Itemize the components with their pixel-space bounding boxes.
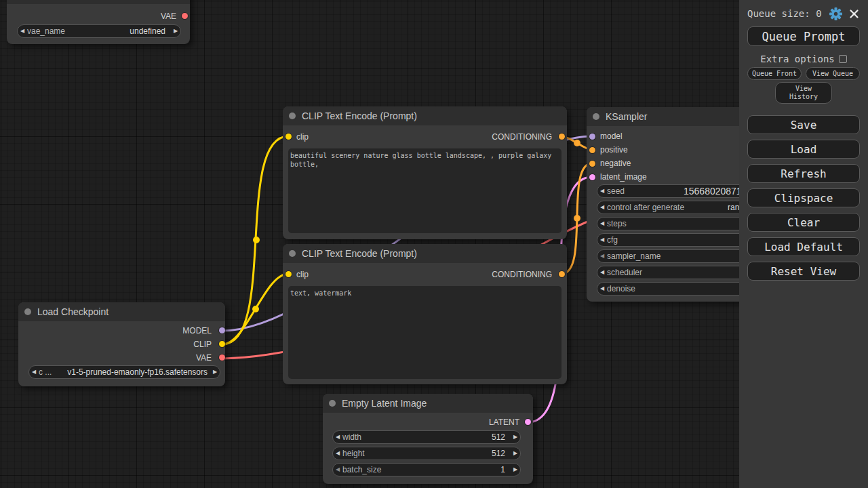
- decrement-arrow-icon[interactable]: ◀: [333, 464, 342, 476]
- close-icon[interactable]: [849, 9, 859, 19]
- decrement-arrow-icon[interactable]: ◀: [597, 218, 607, 230]
- prompt-textarea[interactable]: text, watermark: [288, 286, 561, 379]
- collapse-dot-icon[interactable]: [593, 113, 599, 120]
- refresh-button[interactable]: Refresh: [747, 164, 860, 183]
- decrement-arrow-icon[interactable]: ◀: [597, 266, 607, 279]
- queue-prompt-button[interactable]: Queue Prompt: [747, 26, 860, 46]
- node-clip-text-encode-negative[interactable]: CLIP Text Encode (Prompt) clip CONDITION…: [283, 244, 567, 384]
- output-port-conditioning[interactable]: [559, 271, 565, 277]
- output-label: CONDITIONING: [492, 270, 552, 279]
- decrement-arrow-icon[interactable]: ◀: [597, 234, 607, 246]
- output-port-clip[interactable]: [219, 341, 225, 347]
- output-port-model[interactable]: [219, 327, 225, 333]
- input-port-positive[interactable]: [589, 147, 595, 153]
- output-label: CONDITIONING: [492, 132, 552, 142]
- widget-batch-size[interactable]: ◀ batch_size 1 ▶: [332, 463, 521, 476]
- increment-arrow-icon[interactable]: ▶: [511, 431, 520, 443]
- clipspace-button[interactable]: Clipspace: [747, 188, 860, 207]
- widget-label: steps: [607, 218, 627, 230]
- widget-label: vae_name: [27, 25, 65, 37]
- wire-midpoint-dot: [574, 140, 580, 146]
- widget-value: v1-5-pruned-emaonly-fp16.safetensors: [67, 366, 208, 378]
- view-history-line2: History: [789, 93, 818, 101]
- widget-label: width: [342, 431, 361, 443]
- node-clip-text-encode-positive[interactable]: CLIP Text Encode (Prompt) clip CONDITION…: [283, 106, 567, 239]
- wire-midpoint-dot: [574, 215, 580, 222]
- widget-label: sampler_name: [607, 250, 660, 262]
- collapse-dot-icon[interactable]: [289, 113, 296, 119]
- load-button[interactable]: Load: [747, 140, 860, 159]
- load-default-button[interactable]: Load Default: [747, 237, 860, 256]
- extra-options-label: Extra options: [760, 54, 835, 64]
- decrement-arrow-icon[interactable]: ◀: [18, 25, 27, 37]
- widget-label: batch_size: [342, 464, 381, 476]
- view-history-line1: View: [795, 85, 812, 93]
- output-label: CLIP: [193, 340, 212, 349]
- queue-front-button[interactable]: Queue Front: [747, 67, 802, 80]
- collapse-dot-icon[interactable]: [329, 400, 336, 407]
- decrement-arrow-icon[interactable]: ◀: [333, 447, 342, 460]
- widget-value: 15668020871: [684, 185, 742, 197]
- widget-ckpt-name[interactable]: ◀ c ... v1-5-pruned-emaonly-fp16.safeten…: [28, 365, 220, 379]
- output-port-latent[interactable]: [525, 419, 531, 425]
- increment-arrow-icon[interactable]: ▶: [210, 366, 220, 378]
- widget-value: 512: [492, 447, 505, 460]
- wire-midpoint-dot: [253, 237, 260, 243]
- widget-label: height: [342, 447, 365, 460]
- node-title-bar[interactable]: CLIP Text Encode (Prompt): [283, 244, 567, 263]
- collapse-dot-icon[interactable]: [24, 308, 31, 315]
- queue-size-label: Queue size: 0: [747, 8, 822, 19]
- decrement-arrow-icon[interactable]: ◀: [597, 185, 607, 197]
- increment-arrow-icon[interactable]: ▶: [511, 447, 520, 460]
- wire-midpoint-dot: [252, 306, 259, 312]
- node-load-checkpoint[interactable]: Load Checkpoint MODEL CLIP VAE ◀ c ... v…: [18, 302, 225, 386]
- input-port-clip[interactable]: [285, 134, 292, 140]
- widget-value: 1: [500, 464, 505, 476]
- decrement-arrow-icon[interactable]: ◀: [29, 366, 39, 378]
- input-port-latent-image[interactable]: [589, 174, 595, 180]
- input-port-clip[interactable]: [285, 271, 292, 277]
- decrement-arrow-icon[interactable]: ◀: [597, 201, 607, 214]
- collapse-dot-icon[interactable]: [289, 250, 296, 257]
- widget-label: scheduler: [607, 266, 642, 279]
- widget-vae-name[interactable]: ◀ vae_name undefined ▶: [17, 24, 181, 38]
- widget-width[interactable]: ◀ width 512 ▶: [332, 430, 521, 444]
- view-history-button[interactable]: View History: [775, 82, 832, 104]
- node-title: Load Checkpoint: [37, 306, 108, 317]
- decrement-arrow-icon[interactable]: ◀: [597, 283, 607, 295]
- input-label: positive: [600, 145, 628, 155]
- node-empty-latent-image[interactable]: Empty Latent Image LATENT ◀ width 512 ▶ …: [323, 394, 533, 484]
- widget-value: 512: [492, 431, 505, 443]
- extra-options-checkbox[interactable]: [839, 55, 847, 63]
- decrement-arrow-icon[interactable]: ◀: [597, 250, 607, 262]
- input-label: negative: [600, 159, 631, 168]
- clear-button[interactable]: Clear: [747, 213, 860, 232]
- increment-arrow-icon[interactable]: ▶: [511, 464, 520, 476]
- output-label: MODEL: [182, 326, 212, 336]
- widget-height[interactable]: ◀ height 512 ▶: [332, 447, 521, 460]
- decrement-arrow-icon[interactable]: ◀: [333, 431, 342, 443]
- view-queue-button[interactable]: View Queue: [806, 67, 860, 80]
- input-port-model[interactable]: [589, 134, 595, 140]
- save-button[interactable]: Save: [747, 115, 860, 134]
- node-title: CLIP Text Encode (Prompt): [302, 110, 417, 121]
- node-graph-canvas[interactable]: VAE ◀ vae_name undefined ▶ CLIP Text Enc…: [0, 0, 868, 488]
- settings-gear-icon[interactable]: [829, 7, 842, 20]
- node-title-bar[interactable]: [7, 0, 190, 4]
- output-port-conditioning[interactable]: [559, 134, 565, 140]
- node-title-bar[interactable]: CLIP Text Encode (Prompt): [283, 106, 567, 125]
- increment-arrow-icon[interactable]: ▶: [171, 25, 180, 37]
- prompt-textarea[interactable]: beautiful scenery nature glass bottle la…: [288, 148, 561, 233]
- output-port-vae[interactable]: [182, 13, 188, 19]
- input-label: model: [600, 131, 623, 141]
- input-port-negative[interactable]: [589, 161, 595, 167]
- node-title-bar[interactable]: Load Checkpoint: [18, 302, 225, 321]
- reset-view-button[interactable]: Reset View: [747, 262, 860, 281]
- node-load-vae[interactable]: VAE ◀ vae_name undefined ▶: [7, 0, 190, 44]
- output-label: VAE: [196, 353, 212, 363]
- node-title: Empty Latent Image: [342, 398, 427, 409]
- output-label: VAE: [161, 12, 176, 21]
- widget-label: c ...: [39, 366, 52, 378]
- output-port-vae[interactable]: [219, 354, 225, 361]
- node-title-bar[interactable]: Empty Latent Image: [323, 394, 533, 413]
